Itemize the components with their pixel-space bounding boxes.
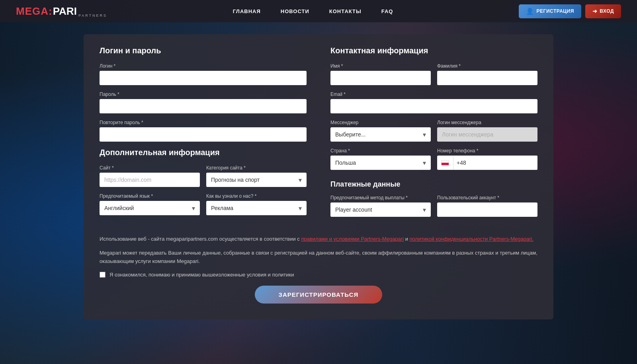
- logo-partners: PARTNERS: [78, 14, 107, 18]
- surname-field-group: Фамилия *: [437, 63, 537, 85]
- phone-field-group: Номер телефона *: [437, 148, 537, 170]
- payment-method-label: Предпочитаемый метод выплаты *: [330, 195, 431, 200]
- name-field-group: Имя *: [330, 63, 431, 85]
- country-phone-row: Страна * Польша Россия Украина Номер тел…: [330, 148, 537, 176]
- nav-news[interactable]: НОВОСТИ: [281, 8, 309, 14]
- logo: MEGA: PARI PARTNERS: [16, 5, 107, 18]
- phone-label: Номер телефона *: [437, 148, 537, 154]
- language-label: Предпочитаемый язык *: [100, 193, 200, 199]
- messenger-login-input[interactable]: [437, 127, 537, 142]
- email-field-group: Email *: [330, 91, 537, 113]
- register-label: РЕГИСТРАЦИЯ: [537, 8, 574, 14]
- additional-section: Дополнительная информация Сайт * Категор…: [100, 148, 307, 222]
- nav-home[interactable]: ГЛАВНАЯ: [233, 8, 261, 14]
- bottom-section: Использование веб - сайта megaparipartne…: [100, 231, 537, 304]
- logo-mega-text: MEGA: [16, 5, 49, 17]
- payment-section-title: Платежные данные: [330, 180, 537, 189]
- user-account-input[interactable]: [437, 202, 537, 217]
- messenger-select[interactable]: Выберите... Telegram WhatsApp Skype: [330, 127, 431, 142]
- site-input[interactable]: [100, 173, 200, 187]
- category-select-wrapper: Прогнозы на спорт Казино Другое: [206, 173, 307, 187]
- language-select[interactable]: Английский Русский: [100, 201, 200, 215]
- phone-wrapper: [437, 156, 537, 170]
- flag-pl: [441, 160, 449, 165]
- login-button[interactable]: ➜ ВХОД: [585, 4, 621, 18]
- payment-method-select-wrapper: Player account Bank Transfer Crypto: [330, 202, 431, 217]
- language-field-group: Предпочитаемый язык * Английский Русский: [100, 193, 200, 215]
- phone-flag: [437, 156, 453, 170]
- name-surname-row: Имя * Фамилия *: [330, 63, 537, 91]
- password-input[interactable]: [100, 99, 307, 113]
- password-label: Пароль *: [100, 91, 307, 97]
- additional-section-title: Дополнительная информация: [100, 148, 307, 157]
- category-select[interactable]: Прогнозы на спорт Казино Другое: [206, 173, 307, 187]
- payment-method-field-group: Предпочитаемый метод выплаты * Player ac…: [330, 195, 431, 217]
- country-label: Страна *: [330, 148, 431, 154]
- header-buttons: 👤 РЕГИСТРАЦИЯ ➜ ВХОД: [519, 4, 621, 18]
- country-field-group: Страна * Польша Россия Украина: [330, 148, 431, 170]
- register-button[interactable]: 👤 РЕГИСТРАЦИЯ: [519, 4, 581, 18]
- surname-input[interactable]: [437, 71, 537, 85]
- howknow-select[interactable]: Реклама Другое: [206, 201, 307, 215]
- country-select[interactable]: Польша Россия Украина: [330, 156, 431, 170]
- messenger-login-field-group: Логин мессенджера: [437, 120, 537, 142]
- header: MEGA: PARI PARTNERS ГЛАВНАЯ НОВОСТИ КОНТ…: [0, 0, 637, 22]
- login-section-title: Логин и пароль: [100, 46, 307, 55]
- logo-mega: MEGA:: [16, 5, 53, 18]
- messenger-label: Мессенджер: [330, 120, 431, 125]
- confirm-input[interactable]: [100, 127, 307, 142]
- register-btn-wrapper: ЗАРЕГИСТРИРОВАТЬСЯ: [100, 286, 537, 304]
- disclaimer1-link2[interactable]: политикой конфиденциальности Partners-Me…: [410, 236, 533, 242]
- disclaimer-2: Megapari может передавать Ваши личные да…: [100, 249, 537, 266]
- category-field-group: Категория сайта * Прогнозы на спорт Кази…: [206, 165, 307, 187]
- lang-howknow-row: Предпочитаемый язык * Английский Русский…: [100, 193, 307, 222]
- email-label: Email *: [330, 91, 537, 97]
- person-icon: 👤: [526, 8, 534, 15]
- login-label: Логин *: [100, 63, 307, 69]
- terms-checkbox-row: Я ознакомился, понимаю и принимаю вышеиз…: [100, 272, 537, 278]
- messenger-login-label: Логин мессенджера: [437, 120, 537, 125]
- user-account-label: Пользовательский аккаунт *: [437, 195, 537, 200]
- howknow-label: Как вы узнали о нас? *: [206, 193, 307, 199]
- logo-colon: :: [49, 5, 53, 17]
- form-grid: Логин и пароль Логин * Пароль * Повторит…: [100, 46, 537, 223]
- submit-button[interactable]: ЗАРЕГИСТРИРОВАТЬСЯ: [255, 286, 383, 304]
- surname-label: Фамилия *: [437, 63, 537, 69]
- messenger-field-group: Мессенджер Выберите... Telegram WhatsApp…: [330, 120, 431, 142]
- login-input[interactable]: [100, 71, 307, 85]
- name-label: Имя *: [330, 63, 431, 69]
- messenger-select-wrapper: Выберите... Telegram WhatsApp Skype: [330, 127, 431, 142]
- login-field-group: Логин *: [100, 63, 307, 85]
- payment-method-select[interactable]: Player account Bank Transfer Crypto: [330, 202, 431, 217]
- howknow-field-group: Как вы узнали о нас? * Реклама Другое: [206, 193, 307, 215]
- terms-checkbox-label: Я ознакомился, понимаю и принимаю вышеиз…: [109, 272, 294, 278]
- confirm-label: Повторите пароль *: [100, 120, 307, 125]
- name-input[interactable]: [330, 71, 431, 85]
- disclaimer1-text: Использование веб - сайта megaparipartne…: [100, 236, 301, 242]
- phone-input[interactable]: [453, 156, 537, 170]
- terms-checkbox[interactable]: [100, 272, 106, 278]
- messenger-row: Мессенджер Выберите... Telegram WhatsApp…: [330, 120, 537, 148]
- registration-form: Логин и пароль Логин * Пароль * Повторит…: [84, 34, 553, 319]
- contact-section-title: Контактная информация: [330, 46, 537, 55]
- payment-row: Предпочитаемый метод выплаты * Player ac…: [330, 195, 537, 223]
- main-content: Логин и пароль Логин * Пароль * Повторит…: [0, 22, 637, 331]
- nav-contacts[interactable]: КОНТАКТЫ: [329, 8, 361, 14]
- login-label: ВХОД: [600, 8, 614, 14]
- left-column: Логин и пароль Логин * Пароль * Повторит…: [100, 46, 307, 223]
- site-field-group: Сайт *: [100, 165, 200, 187]
- disclaimer-1: Использование веб - сайта megaparipartne…: [100, 235, 537, 243]
- logo-pari: PARI: [53, 5, 77, 18]
- site-label: Сайт *: [100, 165, 200, 171]
- disclaimer1-link1[interactable]: правилами и условиями Partners-Megapari: [301, 236, 404, 242]
- country-select-wrapper: Польша Россия Украина: [330, 156, 431, 170]
- category-label: Категория сайта *: [206, 165, 307, 171]
- howknow-select-wrapper: Реклама Другое: [206, 201, 307, 215]
- navigation: ГЛАВНАЯ НОВОСТИ КОНТАКТЫ FAQ: [233, 8, 393, 14]
- password-field-group: Пароль *: [100, 91, 307, 113]
- arrow-icon: ➜: [592, 8, 598, 14]
- language-select-wrapper: Английский Русский: [100, 201, 200, 215]
- right-column: Контактная информация Имя * Фамилия * Em…: [330, 46, 537, 223]
- email-input[interactable]: [330, 99, 537, 113]
- nav-faq[interactable]: FAQ: [381, 8, 393, 14]
